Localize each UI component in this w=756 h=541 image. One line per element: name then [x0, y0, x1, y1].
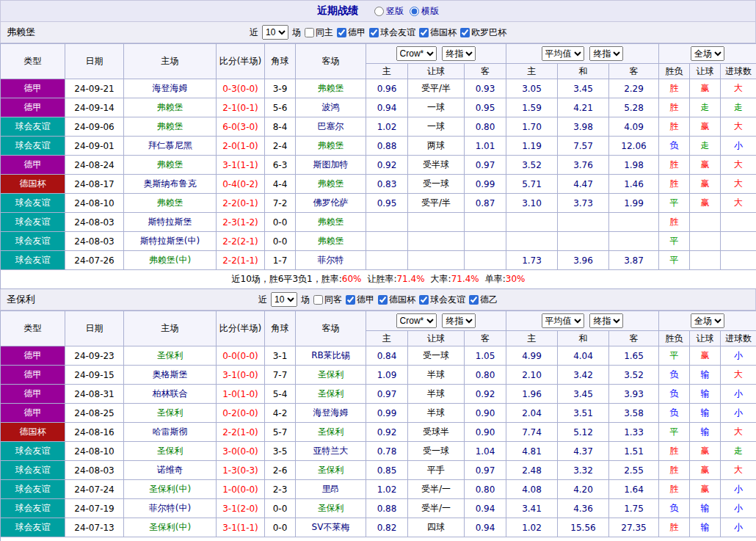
match-score[interactable]: 3-1(0-0)	[217, 366, 265, 385]
match-score[interactable]: 2-2(0-1)	[217, 194, 265, 213]
match-score[interactable]: 3-1(1-1)	[217, 156, 265, 175]
home-team[interactable]: 弗赖堡	[124, 117, 217, 137]
away-team[interactable]: 里昂	[296, 480, 366, 499]
away-team[interactable]: 斯图加特	[296, 156, 366, 175]
away-team[interactable]: 波鸿	[296, 98, 366, 117]
away-team[interactable]: 弗赖堡	[296, 213, 366, 232]
league-input[interactable]	[337, 28, 346, 37]
home-team[interactable]: 斯特拉斯堡	[124, 213, 217, 232]
match-count-select[interactable]: 10	[271, 292, 297, 307]
match-score[interactable]: 2-2(1-0)	[217, 423, 265, 442]
league-checkbox[interactable]: 欧罗巴杯	[460, 26, 506, 39]
league-badge: 球会友谊	[1, 518, 65, 537]
home-team[interactable]: 圣保利(中)	[124, 480, 217, 499]
match-score[interactable]: 2-1(0-1)	[217, 98, 265, 117]
away-team[interactable]: 圣保利	[296, 461, 366, 480]
league-input[interactable]	[469, 295, 479, 305]
away-team[interactable]: SV不莱梅	[296, 518, 366, 537]
away-team[interactable]: 圣保利	[296, 499, 366, 518]
home-team[interactable]: 斯特拉斯堡(中)	[124, 232, 217, 251]
same-venue-checkbox[interactable]: 同主	[305, 26, 333, 39]
scope-select[interactable]: 全场	[691, 313, 724, 328]
away-team[interactable]: 佛罗伦萨	[296, 194, 366, 213]
home-team[interactable]: 柏林联合	[124, 385, 217, 404]
horizontal-radio[interactable]	[410, 7, 419, 16]
league-checkbox[interactable]: 球会友谊	[419, 294, 465, 306]
euro-odds-type-select[interactable]: 终指	[589, 313, 623, 328]
home-team[interactable]: 海登海姆	[124, 79, 217, 98]
league-checkbox[interactable]: 德国杯	[419, 26, 457, 39]
away-team[interactable]: 圣保利	[296, 423, 366, 442]
match-score[interactable]: 1-0(1-0)	[217, 385, 265, 404]
home-team[interactable]: 弗赖堡	[124, 98, 217, 117]
match-score[interactable]: 3-0(0-0)	[217, 442, 265, 461]
match-score[interactable]: 2-2(1-1)	[217, 251, 265, 270]
league-input[interactable]	[419, 28, 429, 37]
home-team[interactable]: 圣保利	[124, 404, 217, 423]
home-team[interactable]: 奥格斯堡	[124, 366, 217, 385]
match-score[interactable]: 1-3(0-3)	[217, 461, 265, 480]
home-team[interactable]: 哈雷斯彻	[124, 423, 217, 442]
away-team[interactable]: RB莱比锡	[296, 346, 366, 366]
home-team[interactable]: 拜仁慕尼黑	[124, 137, 217, 156]
league-input[interactable]	[346, 295, 355, 305]
away-team[interactable]: 菲尔特	[296, 251, 366, 270]
away-team[interactable]: 圣保利	[296, 366, 366, 385]
away-team[interactable]: 亚特兰大	[296, 442, 366, 461]
col-euro-home: 主	[506, 331, 558, 346]
home-team[interactable]: 弗赖堡	[124, 156, 217, 175]
asian-odds-type-select[interactable]: 终指	[442, 46, 476, 61]
euro-odds-type-select[interactable]: 终指	[589, 46, 623, 61]
league-checkbox[interactable]: 球会友谊	[369, 26, 415, 39]
match-score[interactable]: 6-0(3-0)	[217, 117, 265, 137]
euro-average-select[interactable]: 平均值	[542, 313, 584, 328]
asian-odds-type-select[interactable]: 终指	[442, 313, 476, 328]
match-score[interactable]: 3-1(1-1)	[217, 518, 265, 537]
home-team[interactable]: 圣保利	[124, 346, 217, 366]
match-score[interactable]: 3-1(2-0)	[217, 499, 265, 518]
away-team[interactable]: 弗赖堡	[296, 137, 366, 156]
away-team[interactable]: 弗赖堡	[296, 79, 366, 98]
odds-company-select[interactable]: Crow*	[396, 46, 437, 61]
match-score[interactable]: 2-2(2-1)	[217, 232, 265, 251]
home-team[interactable]: 弗赖堡(中)	[124, 251, 217, 270]
away-team[interactable]: 圣保利	[296, 385, 366, 404]
match-score[interactable]: 2-0(1-0)	[217, 137, 265, 156]
away-team[interactable]: 弗赖堡	[296, 232, 366, 251]
match-score[interactable]: 0-4(0-2)	[217, 175, 265, 194]
match-score[interactable]: 0-2(0-0)	[217, 404, 265, 423]
vertical-radio[interactable]	[374, 7, 384, 16]
corner-score: 3-1	[265, 346, 296, 366]
same-venue-checkbox[interactable]: 同客	[313, 294, 342, 306]
league-checkbox[interactable]: 德甲	[337, 26, 366, 39]
match-count-select[interactable]: 10	[262, 25, 288, 40]
away-team[interactable]: 海登海姆	[296, 404, 366, 423]
home-team[interactable]: 圣保利	[124, 442, 217, 461]
league-input[interactable]	[369, 28, 379, 37]
home-team[interactable]: 菲尔特(中)	[124, 499, 217, 518]
league-checkbox[interactable]: 德乙	[469, 294, 498, 306]
league-checkbox[interactable]: 德甲	[346, 294, 374, 306]
euro-average-select[interactable]: 平均值	[542, 46, 584, 61]
league-input[interactable]	[378, 295, 388, 305]
match-score[interactable]: 0-3(0-0)	[217, 79, 265, 98]
layout-option-vertical[interactable]: 竖版	[374, 5, 404, 18]
league-checkbox[interactable]: 德国杯	[378, 294, 415, 306]
odds-company-select[interactable]: Crow*	[396, 313, 437, 328]
home-team[interactable]: 奥斯纳布鲁克	[124, 175, 217, 194]
away-team[interactable]: 弗赖堡	[296, 175, 366, 194]
same-venue-input[interactable]	[313, 295, 323, 305]
scope-select[interactable]: 全场	[691, 46, 724, 61]
home-team[interactable]: 圣保利(中)	[124, 518, 217, 537]
page-title: 近期战绩	[317, 4, 358, 18]
match-score[interactable]: 1-0(0-0)	[217, 480, 265, 499]
match-score[interactable]: 2-3(1-2)	[217, 213, 265, 232]
same-venue-input[interactable]	[305, 28, 314, 37]
match-score[interactable]: 0-0(0-0)	[217, 346, 265, 366]
home-team[interactable]: 弗赖堡	[124, 194, 217, 213]
league-input[interactable]	[419, 295, 429, 305]
away-team[interactable]: 巴塞尔	[296, 117, 366, 137]
layout-option-horizontal[interactable]: 横版	[410, 5, 439, 18]
league-input[interactable]	[460, 28, 470, 37]
home-team[interactable]: 诺维奇	[124, 461, 217, 480]
